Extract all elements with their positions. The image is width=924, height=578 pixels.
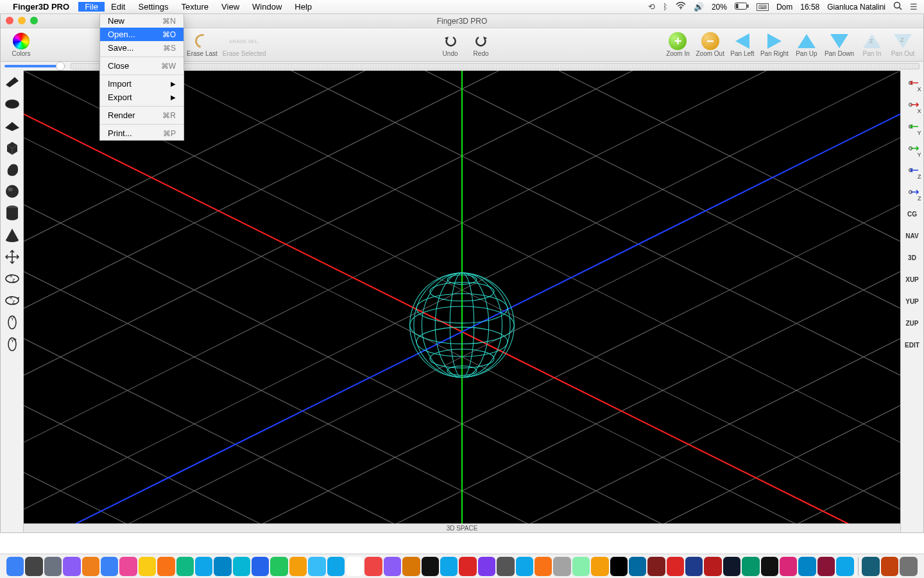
tool-rotate-xz[interactable]: XZ <box>3 268 22 289</box>
axis-z-out[interactable]: Z <box>902 181 923 203</box>
close-window-button[interactable] <box>6 17 13 24</box>
dock-app-35[interactable] <box>667 557 684 576</box>
bluetooth-icon[interactable]: ᛒ <box>663 2 668 12</box>
axis-y-in[interactable]: Y <box>902 116 923 137</box>
dock-app-11[interactable] <box>214 557 231 576</box>
timemachine-icon[interactable]: ⟲ <box>648 2 655 12</box>
pan-in-button[interactable]: ZPan In <box>857 31 887 58</box>
menuitem-print[interactable]: Print...⌘P <box>100 127 184 140</box>
dock-app-0[interactable] <box>6 557 24 576</box>
dock-app-18[interactable] <box>346 557 363 576</box>
dock-app-32[interactable] <box>610 557 628 576</box>
dock-app-20[interactable] <box>384 557 401 576</box>
dock-app-17[interactable] <box>327 557 345 576</box>
menuitem-save[interactable]: Save...⌘S <box>100 41 184 55</box>
menu-edit[interactable]: Edit <box>105 2 132 12</box>
menuitem-export[interactable]: Export▶ <box>100 91 184 104</box>
dock-app-22[interactable] <box>422 557 439 576</box>
tool-plane-flat[interactable] <box>3 116 22 136</box>
dock-app-31[interactable] <box>591 557 608 576</box>
axis-x-out[interactable]: X <box>902 94 923 116</box>
wifi-icon[interactable] <box>676 2 686 12</box>
minimize-window-button[interactable] <box>18 17 26 24</box>
dock-app-34[interactable] <box>647 557 665 576</box>
dock-app-15[interactable] <box>289 557 307 576</box>
dock-app-13[interactable] <box>252 557 269 576</box>
redo-button[interactable]: Redo <box>466 31 497 58</box>
volume-icon[interactable]: 🔊 <box>694 2 704 12</box>
menuitem-open[interactable]: Open...⌘O <box>100 28 184 41</box>
menuitem-render[interactable]: Render⌘R <box>100 109 184 122</box>
dock-app-14[interactable] <box>270 557 287 576</box>
pan-right-button[interactable]: Pan Right <box>758 31 791 58</box>
colors-button[interactable]: Colors <box>6 31 37 58</box>
dock-app-25[interactable] <box>478 557 495 576</box>
slider-knob[interactable] <box>56 62 65 71</box>
dock-app-12[interactable] <box>233 557 250 576</box>
timeline-track[interactable] <box>71 63 920 69</box>
tool-box[interactable] <box>3 137 22 158</box>
axis-y-out[interactable]: Y <box>902 137 923 159</box>
dock-app-37[interactable] <box>704 557 721 576</box>
dock-app-16[interactable] <box>308 557 325 576</box>
view-yup[interactable]: YUP <box>902 290 923 312</box>
dock-app-3[interactable] <box>63 557 80 576</box>
battery-percent[interactable]: 20% <box>712 3 727 12</box>
tool-rotate-xz2[interactable]: XZ <box>3 290 22 311</box>
notification-center-icon[interactable]: ☰ <box>910 2 918 12</box>
zoom-window-button[interactable] <box>30 17 38 24</box>
dock-app-27[interactable] <box>516 557 533 576</box>
dock-app-46[interactable] <box>881 557 898 576</box>
tool-rotate-y2[interactable]: Y <box>3 334 22 355</box>
dock-app-45[interactable] <box>862 557 879 576</box>
dock-app-43[interactable] <box>817 557 835 576</box>
dock-app-23[interactable] <box>440 557 458 576</box>
dock-app-10[interactable] <box>195 557 212 576</box>
tool-rounded-box[interactable] <box>3 159 22 180</box>
dock-app-8[interactable] <box>157 557 175 576</box>
tool-move[interactable] <box>3 247 22 267</box>
dock-app-21[interactable] <box>402 557 420 576</box>
zoom-in-button[interactable]: +Zoom In <box>662 31 693 58</box>
dock-app-5[interactable] <box>101 557 118 576</box>
dock-app-1[interactable] <box>25 557 42 576</box>
dock-app-4[interactable] <box>82 557 99 576</box>
erase-last-button[interactable]: Erase Last <box>184 31 220 58</box>
menu-window[interactable]: Window <box>246 2 288 12</box>
erase-selected-button[interactable]: ERASE SEL. Erase Selected <box>220 31 269 58</box>
app-name[interactable]: Finger3D PRO <box>13 2 69 12</box>
dock-app-36[interactable] <box>685 557 703 576</box>
tool-sphere[interactable] <box>3 181 22 202</box>
view-edit[interactable]: EDIT <box>902 334 923 356</box>
pan-up-button[interactable]: Pan Up <box>791 31 822 58</box>
dock-app-39[interactable] <box>742 557 759 576</box>
dock-app-24[interactable] <box>459 557 476 576</box>
dock-app-47[interactable] <box>900 557 917 576</box>
menuitem-close[interactable]: Close⌘W <box>100 59 184 73</box>
zoom-out-button[interactable]: −Zoom Out <box>693 31 726 58</box>
battery-icon[interactable] <box>735 2 749 12</box>
dock-app-29[interactable] <box>553 557 570 576</box>
menu-settings[interactable]: Settings <box>132 2 175 12</box>
menuitem-new[interactable]: New⌘N <box>100 14 184 28</box>
tool-ellipse[interactable] <box>3 94 22 114</box>
dock-app-26[interactable] <box>497 557 514 576</box>
axis-x-in[interactable]: X <box>902 72 923 94</box>
dock-app-9[interactable] <box>176 557 194 576</box>
input-lang-icon[interactable]: ⌨ <box>757 3 769 11</box>
dock-app-33[interactable] <box>629 557 646 576</box>
dock-app-44[interactable] <box>836 557 853 576</box>
view-xup[interactable]: XUP <box>902 268 923 290</box>
view-cg[interactable]: CG <box>902 203 923 225</box>
tool-plane-angled[interactable] <box>3 72 22 92</box>
menu-file[interactable]: File <box>78 2 105 12</box>
dock-app-40[interactable] <box>761 557 778 576</box>
axis-z-in[interactable]: Z <box>902 159 923 181</box>
dock-app-42[interactable] <box>798 557 816 576</box>
dock-app-19[interactable] <box>364 557 382 576</box>
opacity-slider[interactable] <box>4 65 65 67</box>
menu-help[interactable]: Help <box>288 2 318 12</box>
dock-app-30[interactable] <box>572 557 590 576</box>
pan-left-button[interactable]: Pan Left <box>727 31 758 58</box>
pan-out-button[interactable]: ZPan Out <box>887 31 918 58</box>
